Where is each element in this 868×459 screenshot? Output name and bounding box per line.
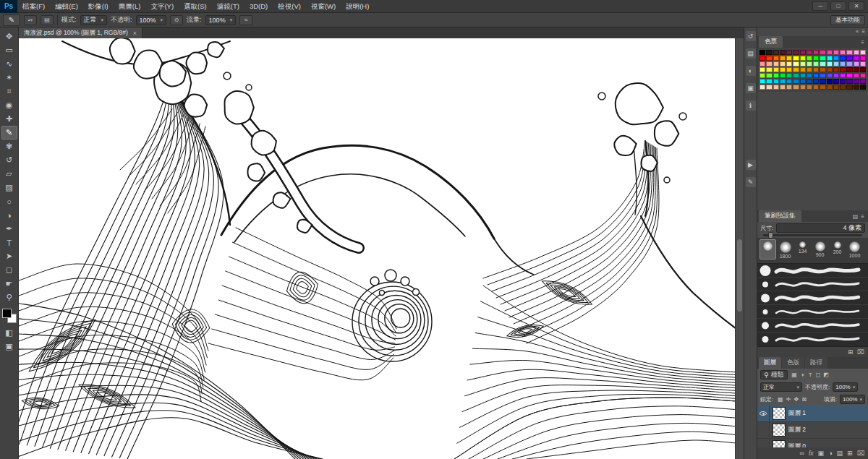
swatch[interactable] <box>766 50 772 55</box>
swatch[interactable] <box>807 56 812 61</box>
pen-tool[interactable]: ✒ <box>1 222 17 236</box>
brush-preset-item[interactable] <box>757 278 868 291</box>
new-layer-button[interactable]: ⊞ <box>847 450 853 457</box>
swatch[interactable] <box>766 56 772 61</box>
swatch[interactable] <box>760 67 765 72</box>
brush-tip[interactable]: 1000 <box>846 239 863 261</box>
menu-item[interactable]: 文字(Y) <box>145 0 179 13</box>
swatch[interactable] <box>773 56 779 61</box>
swatch[interactable] <box>813 61 819 67</box>
smart-object-filter-icon[interactable]: ◩ <box>822 372 830 378</box>
visibility-toggle[interactable] <box>757 422 770 438</box>
swatch[interactable] <box>833 61 839 67</box>
swatch[interactable] <box>807 73 812 78</box>
layer-thumbnail[interactable] <box>773 424 786 437</box>
tab-swatches[interactable]: 色票 <box>759 36 783 48</box>
layer-row[interactable]: 圖層 1 <box>757 406 868 422</box>
swatch[interactable] <box>820 50 825 55</box>
adjustments-panel-icon[interactable]: ◐ <box>746 66 756 76</box>
lasso-tool[interactable]: ∿ <box>1 57 17 71</box>
shape-layer-filter-icon[interactable]: ◻ <box>814 372 822 378</box>
brush-size-slider[interactable] <box>763 234 862 236</box>
swatch[interactable] <box>800 56 806 61</box>
visibility-toggle[interactable] <box>757 406 770 421</box>
swatch[interactable] <box>800 61 806 67</box>
swatch[interactable] <box>860 85 866 90</box>
swatch[interactable] <box>840 73 846 78</box>
swatch[interactable] <box>773 61 779 67</box>
quick-selection-tool[interactable]: ✶ <box>1 71 17 85</box>
swatch[interactable] <box>827 56 833 61</box>
tab-brush-presets[interactable]: 筆刷預設集 <box>759 210 801 222</box>
swatch[interactable] <box>786 67 792 72</box>
visibility-toggle[interactable] <box>757 439 770 447</box>
swatch[interactable] <box>854 79 859 84</box>
menu-item[interactable]: 編輯(E) <box>50 0 83 13</box>
brush-panel-menu-icon[interactable]: ≡ <box>861 213 864 220</box>
mode-select[interactable]: 正常▾ <box>80 15 108 25</box>
swatch[interactable] <box>780 73 786 78</box>
swatch[interactable] <box>813 56 819 61</box>
opacity-select[interactable]: 100%▾ <box>136 15 167 25</box>
swatch[interactable] <box>760 50 765 55</box>
swatch[interactable] <box>820 61 825 67</box>
swatch[interactable] <box>860 67 866 72</box>
tab-色版[interactable]: 色版 <box>782 357 804 369</box>
blend-mode-select[interactable]: 正常 ▾ <box>760 382 802 392</box>
slider-thumb[interactable] <box>768 232 773 239</box>
swatch[interactable] <box>840 50 846 55</box>
brush-tip[interactable] <box>760 239 776 259</box>
swatch[interactable] <box>833 73 839 78</box>
swatch[interactable] <box>800 67 806 72</box>
swatch[interactable] <box>840 67 846 72</box>
menu-item[interactable]: 3D(D) <box>244 0 273 13</box>
swatch[interactable] <box>766 73 772 78</box>
foreground-color-swatch[interactable] <box>2 309 12 318</box>
menu-item[interactable]: 影像(I) <box>83 0 114 13</box>
swatch[interactable] <box>813 50 819 55</box>
adjustment-layer-filter-icon[interactable]: ◑ <box>799 372 807 378</box>
dock-menu-icon[interactable]: ≡ <box>861 28 865 35</box>
airbrush-icon[interactable]: ≈ <box>239 15 252 25</box>
swatch[interactable] <box>766 61 772 67</box>
swatch[interactable] <box>860 61 866 67</box>
swatch[interactable] <box>793 61 799 67</box>
swatch[interactable] <box>807 50 812 55</box>
swatch[interactable] <box>820 67 825 72</box>
swatch[interactable] <box>846 67 852 72</box>
swatch[interactable] <box>786 56 792 61</box>
swatch[interactable] <box>780 61 786 67</box>
new-group-button[interactable]: ▤ <box>837 450 843 457</box>
scrollbar-thumb[interactable] <box>737 239 742 312</box>
swatch[interactable] <box>773 73 779 78</box>
swatch[interactable] <box>773 50 779 55</box>
swatch[interactable] <box>760 56 765 61</box>
pixel-layer-filter-icon[interactable]: ▦ <box>791 372 799 378</box>
lock-all-icon[interactable]: ⊠ <box>800 396 808 403</box>
swatch[interactable] <box>820 73 825 78</box>
add-layer-mask-button[interactable]: ▣ <box>818 450 825 457</box>
swatch[interactable] <box>780 67 786 72</box>
swatch[interactable] <box>846 79 852 84</box>
history-brush-tool[interactable]: ↺ <box>1 153 17 167</box>
swatch[interactable] <box>854 56 859 61</box>
swatch[interactable] <box>766 79 772 84</box>
minimize-button[interactable]: ─ <box>812 1 828 11</box>
swatch[interactable] <box>773 85 779 90</box>
menu-item[interactable]: 檢視(V) <box>273 0 306 13</box>
swatch[interactable] <box>773 79 779 84</box>
menu-item[interactable]: 視窗(W) <box>306 0 341 13</box>
swatch[interactable] <box>780 56 786 61</box>
crop-tool[interactable]: ⌗ <box>1 85 17 98</box>
swatch[interactable] <box>793 56 799 61</box>
swatch[interactable] <box>760 73 765 78</box>
swatch[interactable] <box>760 79 765 84</box>
swatch[interactable] <box>840 61 846 67</box>
menu-item[interactable]: 圖層(L) <box>114 0 146 13</box>
layer-thumbnail[interactable] <box>773 407 786 420</box>
actions-panel-icon[interactable]: ▶ <box>746 160 756 170</box>
swatch[interactable] <box>860 79 866 84</box>
swatch[interactable] <box>854 50 859 55</box>
document-tab[interactable]: 海浪波.psd @ 100% (圖層 1, RGB/8#) × <box>19 27 142 38</box>
swatch[interactable] <box>793 85 799 90</box>
